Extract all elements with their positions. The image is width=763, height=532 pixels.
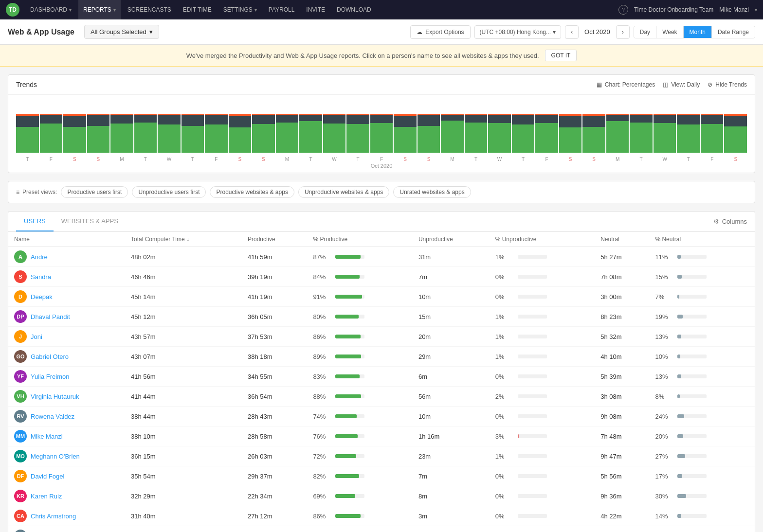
chart-x-label: T	[134, 157, 157, 162]
unproductive-cell: 7m	[413, 267, 490, 287]
timezone-chevron-icon: ▾	[553, 29, 556, 35]
user-cell: GO Gabriel Otero	[14, 350, 119, 363]
pct-unprod-bar-cell: 1%	[495, 453, 589, 460]
user-name[interactable]: Mike Manzi	[719, 6, 749, 13]
tab-month[interactable]: Month	[684, 26, 712, 38]
nav-settings[interactable]: SETTINGS ▾	[218, 0, 262, 19]
tab-users[interactable]: USERS	[16, 212, 54, 231]
preset-label: ≡ Preset views:	[16, 189, 57, 195]
user-name-link[interactable]: Gabriel Otero	[31, 353, 69, 360]
chart-bar	[724, 101, 747, 153]
user-name-link[interactable]: David Fogel	[31, 473, 64, 480]
preset-unrated-websites[interactable]: Unrated websites & apps	[393, 186, 471, 198]
tab-date-range[interactable]: Date Range	[712, 26, 755, 38]
user-name-link[interactable]: Yulia Freimon	[31, 373, 69, 380]
prev-date-button[interactable]: ‹	[565, 25, 579, 39]
nav-download[interactable]: DOWNLOAD	[332, 0, 376, 19]
notice-text: We've merged the Productivity and Web & …	[186, 52, 539, 59]
nav-edit-time[interactable]: EDIT TIME	[178, 0, 217, 19]
preset-productive-users[interactable]: Productive users first	[61, 186, 128, 198]
pct-bar-cell: 82%	[313, 473, 407, 480]
neutral-bar	[677, 315, 707, 319]
date-display: Oct 2020	[581, 28, 614, 35]
nav-payroll[interactable]: PAYROLL	[264, 0, 300, 19]
pct-productive-cell: 83%	[307, 367, 413, 387]
got-it-button[interactable]: GOT IT	[545, 50, 577, 61]
pct-neutral-bar-cell: 7%	[655, 293, 749, 301]
total-time-cell: 45h 12m	[125, 307, 242, 327]
user-name-link[interactable]: Dhaval Pandit	[31, 313, 70, 320]
pct-productive-cell: 89%	[307, 347, 413, 367]
chart-x-label: S	[87, 157, 110, 162]
table-tabs: USERS WEBSITES & APPS ⚙ Columns	[8, 212, 755, 232]
nav-invite[interactable]: INVITE	[301, 0, 330, 19]
pct-neutral-cell: 13%	[649, 367, 755, 387]
unproductive-bar	[518, 474, 547, 478]
pct-unprod-bar-cell: 1%	[495, 353, 589, 360]
pct-bar-cell: 89%	[313, 353, 407, 360]
pct-productive-cell: 84%	[307, 267, 413, 287]
user-name-link[interactable]: Deepak	[31, 293, 53, 301]
export-button[interactable]: ☁ Export Options	[410, 25, 470, 39]
nav-screencasts[interactable]: SCREENCASTS	[123, 0, 176, 19]
user-name-link[interactable]: Mike Manzi	[31, 433, 63, 440]
total-time-cell: 43h 57m	[125, 327, 242, 347]
chart-x-label: S	[418, 157, 440, 162]
table-body: A Andre 48h 02m41h 59m 87% 31m 1% 5h 27m…	[8, 247, 755, 532]
tab-week[interactable]: Week	[656, 26, 683, 38]
pct-unproductive-cell: 0%	[490, 267, 595, 287]
productive-bar	[335, 374, 364, 378]
user-name-link[interactable]: Sandra	[31, 273, 51, 281]
user-name-link[interactable]: Joni	[31, 333, 42, 340]
col-total-time[interactable]: Total Computer Time ↓	[125, 232, 242, 247]
timezone-selector[interactable]: (UTC +08:00) Hong Kong... ▾	[474, 25, 561, 39]
pct-unprod-bar-cell: 2%	[495, 393, 589, 400]
chart-bar	[346, 101, 369, 153]
tab-websites-apps[interactable]: WEBSITES & APPS	[54, 212, 126, 231]
tab-day[interactable]: Day	[634, 26, 656, 38]
preset-productive-websites[interactable]: Productive websites & apps	[210, 186, 294, 198]
user-name-link[interactable]: Andre	[31, 253, 48, 261]
pct-neutral-cell: 13%	[649, 327, 755, 347]
preset-unproductive-users[interactable]: Unproductive users first	[132, 186, 206, 198]
hide-trends-button[interactable]: ⊘ Hide Trends	[708, 81, 747, 88]
table-row: D Deepak 45h 14m41h 19m 91% 10m 0% 3h 00…	[8, 287, 755, 307]
nav-reports[interactable]: REPORTS ▾	[78, 0, 121, 19]
preset-unproductive-websites[interactable]: Unproductive websites & apps	[298, 186, 389, 198]
unproductive-bar	[518, 355, 547, 358]
user-name-link[interactable]: Meghann O'Brien	[31, 453, 80, 460]
col-pct-productive: % Productive	[307, 232, 413, 247]
pct-unproductive-cell: 0%	[490, 526, 595, 532]
pct-bar-cell: 76%	[313, 433, 407, 440]
nav-dashboard[interactable]: DASHBOARD ▾	[25, 0, 76, 19]
productive-bar	[335, 255, 364, 259]
total-time-cell: 48h 02m	[125, 247, 242, 267]
user-name-link[interactable]: Rowena Valdez	[31, 413, 74, 420]
help-icon[interactable]: ?	[618, 5, 628, 15]
pct-bar-cell: 69%	[313, 493, 407, 500]
chart-x-label: T	[677, 157, 700, 162]
next-date-button[interactable]: ›	[616, 25, 630, 39]
user-name-link[interactable]: Virginia Hutauruk	[31, 393, 79, 400]
pct-neutral-bar-cell: 10%	[655, 353, 749, 360]
productive-cell: 27h 12m	[242, 506, 307, 526]
user-name-link[interactable]: Chris Armstrong	[31, 513, 76, 520]
unproductive-bar	[518, 454, 547, 458]
pct-productive-cell: 82%	[307, 466, 413, 486]
pct-neutral-bar-cell: 15%	[655, 273, 749, 281]
chart-x-label: M	[276, 157, 299, 162]
user-name-link[interactable]: Karen Ruiz	[31, 493, 62, 500]
neutral-bar	[677, 514, 707, 518]
neutral-bar	[677, 414, 707, 418]
chart-x-label: W	[158, 157, 181, 162]
group-selector[interactable]: All Groups Selected ▾	[84, 25, 159, 39]
pct-neutral-bar-cell: 8%	[655, 393, 749, 400]
productive-cell: 22h 34m	[242, 486, 307, 506]
view-daily-button[interactable]: ◫ View: Daily	[663, 81, 700, 88]
pct-neutral-cell: 20%	[649, 426, 755, 446]
timezone-label: (UTC +08:00) Hong Kong...	[480, 29, 551, 35]
chart-percentages-button[interactable]: ▦ Chart: Percentages	[597, 81, 655, 88]
columns-settings[interactable]: ⚙ Columns	[713, 214, 747, 229]
main-content: Trends ▦ Chart: Percentages ◫ View: Dail…	[0, 67, 763, 532]
productive-cell: 28h 43m	[242, 407, 307, 426]
